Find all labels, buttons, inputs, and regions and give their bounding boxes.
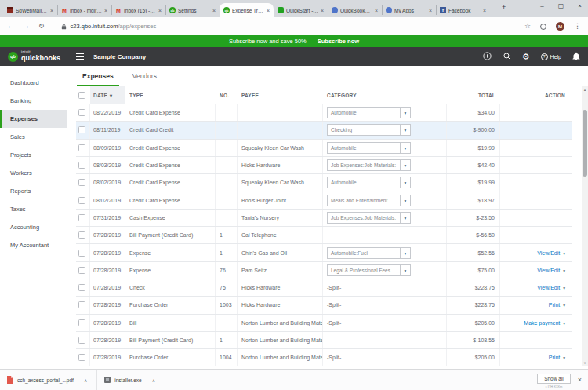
sidebar-item[interactable]: Workers [0, 164, 67, 182]
category-caret-button[interactable] [400, 248, 410, 258]
sidebar-item[interactable]: Banking [0, 92, 67, 110]
action-menu[interactable]: View/Edit [537, 268, 565, 273]
quickbooks-logo-icon[interactable]: qb [8, 52, 18, 62]
sidebar-item[interactable]: Taxes [0, 200, 67, 218]
downloads-close-icon[interactable]: × [578, 376, 582, 384]
hamburger-menu-icon[interactable] [76, 53, 84, 60]
browser-tab[interactable]: QuickBooks Ap... [328, 3, 382, 17]
row-checkbox[interactable] [78, 126, 85, 133]
forward-icon[interactable]: → [23, 23, 30, 30]
browser-tab[interactable]: Inbox - mgirsch [57, 3, 111, 17]
row-checkbox[interactable] [78, 267, 85, 274]
tab-close-icon[interactable] [375, 8, 378, 13]
category-dropdown[interactable]: Automobile [327, 107, 411, 118]
browser-tab[interactable]: QuickStart - Sm... [274, 3, 328, 17]
category-dropdown[interactable]: Automobile:Fuel [327, 247, 411, 259]
window-minimize-icon[interactable]: – [540, 2, 543, 9]
action-menu[interactable]: View/Edit [537, 250, 565, 256]
category-dropdown[interactable]: Checking [327, 124, 411, 136]
browser-menu-icon[interactable]: ⋮ [574, 23, 581, 30]
window-close-icon[interactable]: × [578, 2, 582, 9]
browser-tab[interactable]: My Apps [382, 3, 436, 17]
category-dropdown[interactable]: Job Expenses:Job Materials: [327, 159, 411, 171]
help-button[interactable]: ? Help [541, 53, 561, 60]
column-header-category[interactable]: CATEGORY [323, 86, 447, 104]
row-checkbox[interactable] [78, 162, 85, 169]
column-header-date[interactable]: DATE [90, 86, 125, 104]
column-header-no[interactable]: NO. [216, 86, 238, 104]
category-dropdown[interactable]: Automobile [327, 142, 411, 154]
browser-tab[interactable]: Inbox (15) - ma... [111, 3, 165, 17]
profile-avatar[interactable]: M [556, 22, 564, 31]
scrollbar-up-icon[interactable] [582, 86, 588, 93]
row-checkbox[interactable] [78, 354, 85, 361]
download-item[interactable]: installer.exe [97, 370, 165, 390]
sidebar-item[interactable]: Sales [0, 128, 67, 146]
row-checkbox[interactable] [78, 197, 85, 204]
show-all-button[interactable]: Show all [537, 374, 571, 384]
row-checkbox[interactable] [78, 319, 85, 326]
row-checkbox[interactable] [78, 109, 85, 116]
action-link[interactable]: View/Edit [537, 250, 560, 256]
category-caret-button[interactable] [400, 160, 410, 170]
category-caret-button[interactable] [400, 213, 410, 223]
row-checkbox[interactable] [78, 179, 85, 186]
row-checkbox[interactable] [78, 250, 85, 257]
row-checkbox[interactable] [78, 144, 85, 151]
category-caret-button[interactable] [400, 108, 410, 118]
tab-close-icon[interactable] [158, 8, 162, 13]
sidebar-item[interactable]: Reports [0, 182, 67, 200]
action-link[interactable]: View/Edit [537, 268, 560, 273]
action-menu[interactable]: Print [549, 355, 565, 360]
action-menu[interactable]: Print [549, 302, 565, 308]
row-checkbox[interactable] [78, 337, 85, 344]
tab-close-icon[interactable] [321, 8, 324, 13]
category-caret-button[interactable] [400, 143, 410, 153]
tab-close-icon[interactable] [104, 8, 107, 13]
browser-tab[interactable]: Facebook [436, 3, 490, 17]
sidebar-item[interactable]: Dashboard [0, 74, 67, 92]
category-caret-button[interactable] [400, 125, 410, 135]
tab-close-icon[interactable] [429, 8, 432, 13]
extension-icon[interactable] [540, 24, 546, 30]
bell-icon[interactable] [572, 49, 580, 64]
category-dropdown[interactable]: Job Expenses:Job Materials: [327, 212, 411, 224]
tab-close-icon[interactable] [212, 8, 216, 13]
sidebar-item[interactable]: Expenses [0, 110, 67, 128]
action-link[interactable]: Print [549, 302, 560, 308]
column-header-payee[interactable]: PAYEE [238, 86, 323, 104]
new-tab-button[interactable]: + [502, 4, 506, 11]
chevron-up-icon[interactable] [84, 377, 87, 383]
category-dropdown[interactable]: Legal & Professional Fees [327, 264, 411, 276]
chevron-up-icon[interactable] [152, 377, 155, 383]
window-maximize-icon[interactable]: ▢ [558, 2, 564, 9]
browser-tab[interactable]: SqWebMail - C... [3, 3, 57, 17]
gear-icon[interactable]: ⚙ [522, 53, 530, 61]
tab-close-icon[interactable] [50, 8, 53, 13]
action-menu[interactable]: View/Edit [537, 285, 565, 290]
column-header-action[interactable]: ACTION [500, 86, 572, 104]
sidebar-item[interactable]: Accounting [0, 218, 67, 236]
row-checkbox[interactable] [78, 301, 85, 308]
row-checkbox[interactable] [78, 214, 85, 221]
address-bar[interactable]: c23.qbo.intuit.com/app/expenses [71, 23, 157, 30]
content-tab[interactable]: Expenses [77, 72, 119, 86]
vertical-scrollbar[interactable] [582, 86, 588, 366]
back-icon[interactable]: ← [7, 23, 14, 30]
browser-tab[interactable]: Settings [165, 3, 220, 17]
action-link[interactable]: Make payment [524, 320, 560, 326]
create-plus-icon[interactable] [483, 49, 492, 64]
tab-close-icon[interactable] [483, 8, 486, 13]
action-link[interactable]: View/Edit [537, 285, 560, 290]
row-checkbox[interactable] [78, 231, 85, 239]
scrollbar-down-icon[interactable] [582, 359, 588, 366]
company-name[interactable]: Sample Company [93, 53, 146, 60]
category-caret-button[interactable] [400, 265, 410, 275]
browser-tab[interactable]: Expense Transa... [220, 3, 274, 17]
reload-icon[interactable]: ↻ [38, 23, 45, 30]
bookmark-star-icon[interactable]: ☆ [524, 23, 531, 30]
subscribe-now-link[interactable]: Subscribe now [318, 38, 359, 45]
category-dropdown[interactable]: Meals and Entertainment [327, 195, 411, 206]
search-icon[interactable] [503, 49, 511, 64]
scrollbar-thumb[interactable] [583, 110, 587, 177]
